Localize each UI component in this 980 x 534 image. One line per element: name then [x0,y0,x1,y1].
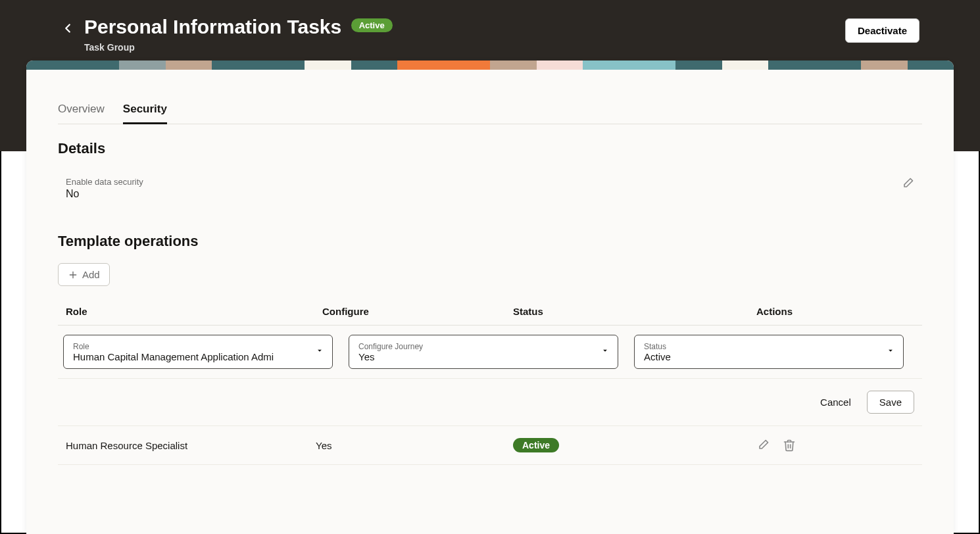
cancel-button[interactable]: Cancel [816,391,855,413]
role-select-value: Human Capital Management Application Adm… [73,351,323,362]
delete-row-icon[interactable] [783,439,796,452]
deactivate-button[interactable]: Deactivate [845,18,919,43]
details-title: Details [58,140,922,157]
caret-down-icon [315,346,324,358]
configure-select-value: Yes [358,351,608,362]
row-actions [756,439,914,452]
main-card: Overview Security Details Enable data se… [26,61,954,534]
col-status: Status [513,306,756,317]
configure-select[interactable]: Configure Journey Yes [349,335,618,369]
add-button[interactable]: Add [58,263,110,286]
back-chevron-icon[interactable] [61,21,76,37]
page-subtitle: Task Group [84,42,845,53]
caret-down-icon [886,346,895,358]
col-configure: Configure [322,306,513,317]
configure-select-label: Configure Journey [358,342,608,351]
page-title: Personal Information Tasks [84,16,341,38]
role-select[interactable]: Role Human Capital Management Applicatio… [63,335,333,369]
edit-row-icon[interactable] [756,439,770,452]
save-button[interactable]: Save [867,391,914,414]
template-ops-title: Template operations [58,233,922,250]
table-row: Human Resource Specialist Yes Active [58,426,922,465]
table-header: Role Configure Status Actions [58,306,922,326]
caret-down-icon [600,346,610,358]
status-select-value: Active [644,351,894,362]
plus-icon [68,270,78,280]
tabs: Overview Security [58,103,922,124]
row-configure: Yes [316,440,513,451]
role-select-label: Role [73,342,323,351]
edit-row-actions: Cancel Save [58,379,922,426]
col-role: Role [66,306,322,317]
row-role: Human Resource Specialist [66,440,316,451]
decorative-strip [26,61,954,70]
edit-row: Role Human Capital Management Applicatio… [58,326,922,379]
tab-security[interactable]: Security [123,103,167,124]
enable-security-label: Enable data security [66,177,901,187]
col-actions: Actions [756,306,914,317]
row-status: Active [513,438,756,452]
enable-security-value: No [66,188,901,200]
tab-overview[interactable]: Overview [58,103,105,124]
status-badge: Active [351,18,393,32]
status-select[interactable]: Status Active [634,335,904,369]
edit-details-icon[interactable] [901,177,914,190]
status-select-label: Status [644,342,894,351]
add-label: Add [82,269,100,280]
row-status-chip: Active [513,438,559,452]
